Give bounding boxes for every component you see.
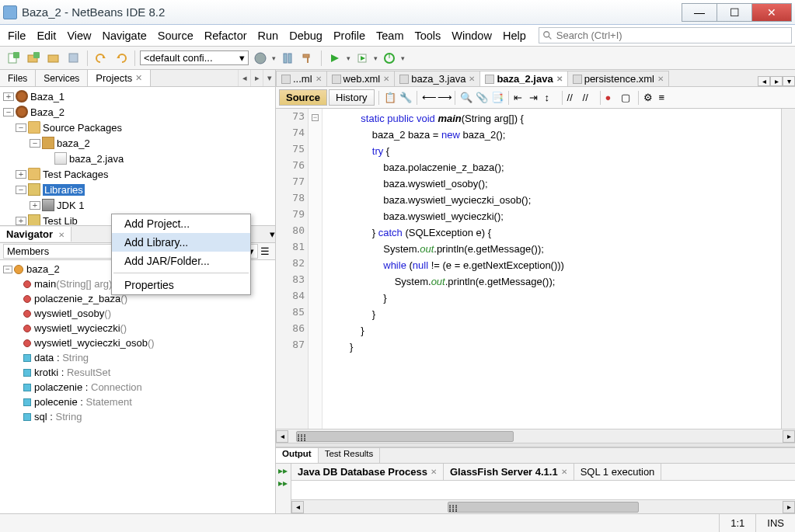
tab-services[interactable]: Services [36,70,88,86]
close-icon[interactable]: ✕ [556,75,563,83]
nav-field[interactable]: sql : String [0,409,275,424]
subtab-sql[interactable]: SQL 1 execution [574,464,662,480]
shift-right-icon[interactable]: ⇥ [528,91,542,105]
comment-icon[interactable]: // [567,91,581,105]
navigator-tree[interactable]: −baza_2 main(String[] arg)polaczenie_z_b… [0,260,275,513]
subtab-glassfish[interactable]: GlassFish Server 4.1.1✕ [444,464,574,480]
collapse-icon[interactable]: − [16,186,26,194]
close-icon[interactable]: ✕ [657,75,664,83]
menu-file[interactable]: File [3,27,30,44]
chevron-down-icon[interactable]: ▾ [401,54,405,62]
menu-run[interactable]: Run [253,27,284,44]
tree-node-src[interactable]: −Source Packages [0,120,275,135]
nav-field[interactable]: data : String [0,350,275,365]
scroll-left-icon[interactable]: ◂ [291,501,304,513]
debug-button[interactable] [354,50,371,67]
filter-icon[interactable]: ☰ [258,245,272,257]
toolbar-icon[interactable]: ▢ [620,91,634,105]
nav-field[interactable]: polaczenie : Connection [0,380,275,395]
minimize-button[interactable]: — [682,3,717,22]
shift-left-icon[interactable]: ⇤ [513,91,527,105]
undo-button[interactable] [92,50,110,67]
new-file-button[interactable] [5,50,22,67]
source-view-button[interactable]: Source [279,89,327,106]
save-all-button[interactable] [65,50,82,67]
toolbar-icon[interactable]: 🔧 [399,91,413,105]
nav-method[interactable]: wyswietl_wycieczki() [0,321,275,336]
code-editor[interactable]: 737475767778798081828384858687 − static … [276,109,795,429]
history-view-button[interactable]: History [329,89,374,106]
close-button[interactable]: ✕ [751,3,792,22]
collapse-icon[interactable]: − [16,123,26,132]
menu-team[interactable]: Team [371,27,408,44]
editor-tab[interactable]: baza_2.java✕ [479,71,567,86]
hammer-button[interactable] [299,50,316,67]
build-button[interactable] [252,50,269,67]
scroll-track[interactable]: ⁞⁞⁞ [288,430,783,443]
menu-edit[interactable]: Edit [32,27,61,44]
new-project-button[interactable] [25,50,42,67]
nav-field[interactable]: polecenie : Statement [0,395,275,409]
toolbar-icon[interactable]: ↕ [544,91,558,105]
search-input[interactable] [556,30,788,41]
tab-projects[interactable]: Projects✕ [88,70,151,86]
menu-view[interactable]: View [62,27,96,44]
toolbar-icon[interactable]: 📑 [490,91,504,105]
nav-fwd-icon[interactable]: ⟶ [437,91,451,105]
expand-icon[interactable]: + [16,217,26,225]
toolbar-icon[interactable]: 📎 [475,91,489,105]
collapse-icon[interactable]: − [30,139,40,148]
menu-add-jar[interactable]: Add JAR/Folder... [112,252,250,270]
close-icon[interactable]: ✕ [469,75,475,83]
output-text[interactable] [291,481,795,499]
breakpoint-icon[interactable]: ● [605,91,619,105]
rerun-icon[interactable]: ▸▸ [278,465,289,476]
menu-window[interactable]: Window [447,27,497,44]
scroll-track[interactable]: ⁞⁞⁞ [304,501,783,513]
scroll-thumb[interactable]: ⁞⁞⁞ [448,502,639,513]
code-content[interactable]: static public void main(String arg[]) { … [323,109,781,429]
collapse-icon[interactable]: − [3,266,12,273]
redo-button[interactable] [113,50,130,67]
scroll-right-icon[interactable]: ▸ [783,430,795,443]
menu-add-project[interactable]: Add Project... [112,214,250,233]
toolbar-icon[interactable]: ⚙ [643,91,657,105]
tab-output[interactable]: Output [276,448,319,463]
menu-help[interactable]: Help [498,27,531,44]
menu-navigate[interactable]: Navigate [98,27,152,44]
tree-node-package[interactable]: −baza_2 [0,135,275,151]
rerun-icon[interactable]: ▸▸ [278,478,289,489]
toolbar-icon[interactable]: 📋 [383,91,397,105]
menu-refactor[interactable]: Refactor [200,27,252,44]
menu-profile[interactable]: Profile [329,27,370,44]
subtab-javadb[interactable]: Java DB Database Process✕ [291,464,444,480]
menu-debug[interactable]: Debug [284,27,327,44]
panel-menu[interactable]: ▾ [270,228,275,240]
panel-nav-right[interactable]: ▸ [250,70,263,86]
scroll-thumb[interactable]: ⁞⁞⁞ [296,431,514,442]
scroll-right-icon[interactable]: ▸ [783,501,795,513]
tab-navigator[interactable]: Navigator ✕ [0,227,71,242]
open-button[interactable] [45,50,62,67]
menu-tools[interactable]: Tools [410,27,445,44]
tree-node-jdk[interactable]: +JDK 1 [0,197,275,213]
config-dropdown[interactable]: <default confi...▾ [140,50,249,65]
tree-node-test[interactable]: +Test Packages [0,166,275,182]
close-icon[interactable]: ✕ [316,75,322,83]
vertical-scrollbar[interactable] [781,109,795,429]
uncomment-icon[interactable]: // [582,91,596,105]
scroll-left-button[interactable]: ◂ [758,76,770,86]
output-horizontal-scrollbar[interactable]: ◂ ⁞⁞⁞ ▸ [291,499,795,513]
expand-icon[interactable]: + [30,201,40,210]
close-icon[interactable]: ✕ [431,468,437,476]
tab-list-button[interactable]: ▾ [783,76,795,86]
run-button[interactable] [326,50,343,67]
profile-button[interactable] [381,50,398,67]
project-tree[interactable]: +Baza_1 −Baza_2 −Source Packages −baza_2… [0,87,275,225]
nav-method[interactable]: wyswietl_osoby() [0,306,275,321]
tree-node-file[interactable]: baza_2.java [0,151,275,166]
close-icon[interactable]: ✕ [58,231,65,239]
panel-menu[interactable]: ▾ [263,70,275,86]
tree-node-baza2[interactable]: −Baza_2 [0,104,275,120]
collapse-icon[interactable]: − [3,108,14,116]
